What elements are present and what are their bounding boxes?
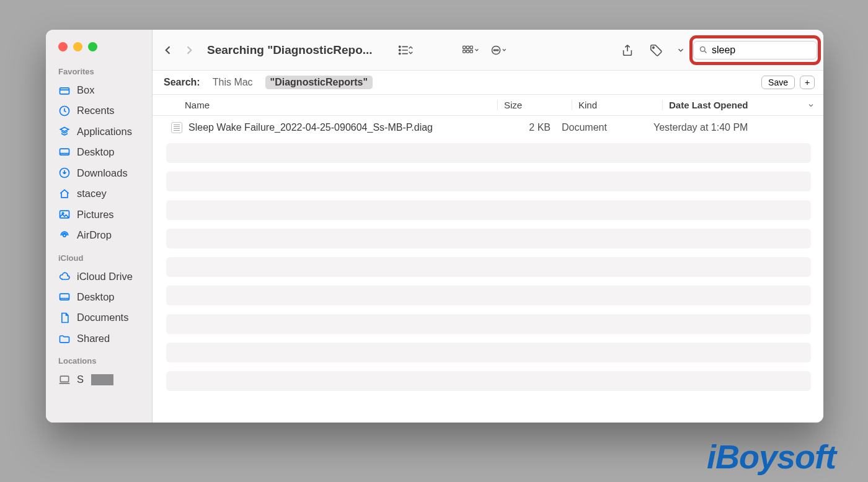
svg-rect-8	[60, 376, 68, 382]
forward-button[interactable]	[181, 42, 197, 58]
sidebar-item-local-machine[interactable]: S	[46, 369, 152, 390]
result-size: 2 KB	[485, 122, 559, 133]
picture-icon	[58, 208, 71, 221]
search-field[interactable]	[693, 41, 817, 59]
laptop-icon	[58, 374, 71, 386]
item-actions	[619, 42, 686, 59]
sidebar-item-label: Documents	[77, 311, 128, 324]
column-header-date[interactable]: Date Last Opened	[662, 100, 823, 110]
search-field-wrapper	[693, 39, 817, 61]
svg-rect-14	[470, 46, 472, 48]
empty-row	[166, 257, 811, 277]
desktop-icon	[58, 291, 71, 304]
sidebar-item-label: stacey	[77, 187, 107, 200]
empty-row	[166, 200, 811, 220]
svg-rect-0	[60, 88, 69, 94]
result-kind: Document	[559, 122, 650, 133]
sidebar-item-shared[interactable]: Shared	[46, 328, 152, 349]
download-icon	[58, 167, 71, 179]
sidebar-item-pictures[interactable]: Pictures	[46, 204, 152, 225]
svg-rect-7	[60, 294, 69, 300]
search-scope-bar: Search: This Mac "DiagnosticReports" Sav…	[153, 71, 823, 95]
finder-window: Favorites Box Recents Applications Deskt…	[46, 30, 823, 423]
group-button[interactable]	[462, 42, 479, 59]
redacted-label	[91, 374, 113, 385]
action-menu-button[interactable]	[490, 42, 508, 59]
empty-row	[166, 314, 811, 334]
add-criteria-button[interactable]: +	[800, 76, 815, 89]
sidebar-heading: Locations	[46, 356, 152, 369]
scope-option-folder[interactable]: "DiagnosticReports"	[265, 76, 373, 89]
sidebar: Favorites Box Recents Applications Deskt…	[46, 30, 153, 423]
result-date: Yesterday at 1:40 PM	[650, 122, 811, 133]
svg-point-19	[494, 50, 495, 51]
sidebar-item-label: Box	[77, 84, 94, 97]
sidebar-item-home[interactable]: stacey	[46, 183, 152, 204]
airdrop-icon	[58, 229, 71, 242]
sidebar-heading: iCloud	[46, 253, 152, 266]
sidebar-section-locations: Locations S	[46, 356, 152, 397]
svg-rect-12	[463, 46, 465, 48]
svg-point-11	[399, 53, 400, 54]
empty-row	[166, 286, 811, 305]
empty-row	[166, 229, 811, 248]
svg-point-9	[399, 46, 400, 47]
sidebar-item-label: Desktop	[77, 146, 115, 159]
minimize-window-button[interactable]	[73, 42, 82, 51]
sidebar-item-documents[interactable]: Documents	[46, 307, 152, 328]
sidebar-item-downloads[interactable]: Downloads	[46, 163, 152, 183]
share-button[interactable]	[619, 42, 636, 59]
sidebar-item-label: iCloud Drive	[77, 270, 133, 283]
tag-button[interactable]	[647, 42, 665, 59]
sidebar-item-box[interactable]: Box	[46, 80, 152, 100]
group-controls	[462, 42, 508, 59]
sidebar-section-icloud: iCloud iCloud Drive Desktop Documents Sh…	[46, 253, 152, 357]
box-icon	[58, 84, 71, 97]
app-icon	[58, 126, 71, 138]
dropdown-chevron[interactable]	[676, 42, 686, 59]
shared-folder-icon	[58, 333, 71, 345]
empty-row	[166, 172, 811, 191]
scope-option-thismac[interactable]: This Mac	[208, 76, 258, 89]
search-input[interactable]	[712, 45, 823, 56]
column-header-kind[interactable]: Kind	[572, 100, 662, 110]
svg-point-22	[653, 46, 654, 48]
sidebar-item-label: Recents	[77, 104, 115, 117]
sort-chevron-icon	[807, 102, 815, 109]
sidebar-item-applications[interactable]: Applications	[46, 121, 152, 142]
svg-rect-15	[463, 50, 465, 53]
toolbar: Searching "DiagnosticRepo...	[153, 30, 823, 71]
column-header-name[interactable]: Name	[153, 100, 497, 110]
save-search-button[interactable]: Save	[761, 76, 795, 89]
main-content: Searching "DiagnosticRepo...	[153, 30, 823, 423]
document-icon	[58, 312, 71, 324]
list-view-button[interactable]	[397, 42, 415, 59]
sidebar-section-favorites: Favorites Box Recents Applications Deskt…	[46, 67, 152, 253]
sidebar-item-icloud-desktop[interactable]: Desktop	[46, 287, 152, 307]
window-controls	[46, 41, 152, 52]
sidebar-item-airdrop[interactable]: AirDrop	[46, 225, 152, 245]
empty-row	[166, 143, 811, 163]
svg-point-21	[497, 50, 498, 51]
svg-point-10	[399, 49, 400, 50]
close-window-button[interactable]	[58, 42, 68, 51]
empty-row	[166, 343, 811, 362]
sidebar-item-recents[interactable]: Recents	[46, 100, 152, 121]
svg-rect-17	[470, 50, 472, 53]
result-row[interactable]: Sleep Wake Failure_2022-04-25-090604_Ss-…	[165, 116, 811, 139]
search-icon	[699, 45, 708, 55]
svg-rect-16	[466, 50, 469, 53]
file-icon	[171, 122, 182, 133]
window-title: Searching "DiagnosticRepo...	[207, 43, 373, 57]
home-icon	[58, 188, 71, 200]
sidebar-item-icloud-drive[interactable]: iCloud Drive	[46, 266, 152, 287]
back-button[interactable]	[160, 42, 176, 58]
sidebar-item-desktop[interactable]: Desktop	[46, 142, 152, 162]
column-headers: Name Size Kind Date Last Opened	[153, 95, 823, 116]
scope-label: Search:	[164, 77, 200, 88]
view-controls	[397, 42, 415, 59]
svg-point-6	[63, 234, 66, 237]
zoom-window-button[interactable]	[88, 42, 97, 51]
column-header-size[interactable]: Size	[497, 100, 572, 110]
watermark-logo: iBoysoft	[707, 437, 836, 476]
